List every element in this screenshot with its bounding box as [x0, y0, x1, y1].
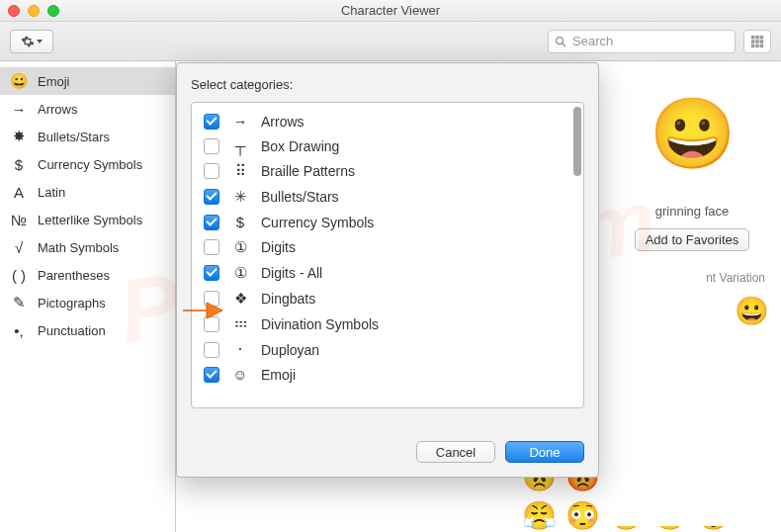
- category-icon: ✳: [229, 188, 251, 206]
- grid-view-button[interactable]: [743, 30, 771, 53]
- sidebar-item-label: Parentheses: [38, 268, 110, 283]
- svg-rect-8: [751, 44, 755, 47]
- svg-rect-2: [751, 35, 755, 39]
- category-item[interactable]: ⠿Braille Patterns: [198, 158, 577, 184]
- sidebar-item[interactable]: $Currency Symbols: [0, 150, 175, 178]
- emoji-cell[interactable]: 😤: [522, 499, 560, 532]
- select-categories-dialog: Select categories: →Arrows┬Box Drawing⠿B…: [176, 62, 599, 478]
- sidebar-item[interactable]: №Letterlike Symbols: [0, 206, 175, 233]
- category-checkbox[interactable]: [204, 239, 219, 255]
- svg-point-0: [557, 37, 564, 44]
- category-list: →Arrows┬Box Drawing⠿Braille Patterns✳Bul…: [191, 102, 584, 408]
- scrollbar-thumb[interactable]: [573, 107, 581, 176]
- detail-panel: 😀 grinning face Add to Favorites nt Vari…: [603, 61, 781, 526]
- maximize-window-button[interactable]: [47, 5, 59, 17]
- category-checkbox[interactable]: [204, 189, 219, 205]
- category-item[interactable]: ☺Emoji: [198, 362, 577, 387]
- titlebar: Character Viewer: [0, 0, 781, 22]
- sidebar-item[interactable]: ALatin: [0, 178, 175, 206]
- sidebar-item[interactable]: ✎Pictographs: [0, 289, 175, 316]
- category-item[interactable]: ❖Dingbats: [198, 286, 577, 311]
- sidebar-item-label: Currency Symbols: [38, 157, 142, 172]
- category-item[interactable]: →Arrows: [198, 109, 577, 133]
- category-icon: ①: [229, 264, 251, 282]
- sidebar-item[interactable]: 😀Emoji: [0, 67, 175, 95]
- done-button[interactable]: Done: [505, 441, 584, 463]
- sidebar-item-icon: √: [10, 238, 28, 256]
- sidebar-item[interactable]: →Arrows: [0, 95, 175, 123]
- font-variation-heading: nt Variation: [615, 271, 769, 285]
- sidebar-item-label: Pictographs: [38, 296, 106, 310]
- category-icon: ┬: [229, 137, 251, 154]
- sidebar-item-icon: ( ): [10, 266, 28, 284]
- sidebar-item[interactable]: ✸Bullets/Stars: [0, 123, 175, 150]
- cancel-button[interactable]: Cancel: [416, 441, 495, 463]
- category-label: Emoji: [261, 367, 296, 383]
- category-checkbox[interactable]: [204, 265, 219, 281]
- category-checkbox[interactable]: [204, 114, 219, 130]
- category-label: Arrows: [261, 114, 304, 130]
- sidebar-item[interactable]: ( )Parentheses: [0, 261, 175, 289]
- emoji-name-label: grinning face: [615, 204, 769, 219]
- category-label: Digits: [261, 239, 296, 255]
- category-label: Digits - All: [261, 265, 322, 281]
- sidebar-item-icon: •,: [10, 321, 28, 339]
- category-item[interactable]: 𛰀Duployan: [198, 337, 577, 362]
- svg-rect-3: [755, 35, 759, 39]
- window-title: Character Viewer: [341, 3, 440, 18]
- category-checkbox[interactable]: [204, 342, 219, 358]
- category-icon: 𛰀: [229, 341, 251, 358]
- preview-emoji: 😀: [615, 93, 769, 174]
- search-placeholder: Search: [572, 34, 613, 48]
- svg-rect-9: [755, 44, 759, 47]
- svg-line-1: [563, 43, 566, 46]
- svg-rect-5: [751, 40, 755, 44]
- category-label: Braille Patterns: [261, 163, 355, 179]
- search-input[interactable]: Search: [548, 30, 736, 53]
- category-label: Box Drawing: [261, 138, 339, 154]
- category-label: Bullets/Stars: [261, 189, 339, 205]
- dialog-heading: Select categories:: [177, 63, 598, 102]
- category-checkbox[interactable]: [204, 367, 219, 383]
- grid-icon: [750, 35, 764, 48]
- sidebar-item-label: Math Symbols: [38, 240, 119, 255]
- emoji-cell[interactable]: 😳: [565, 499, 603, 532]
- sidebar-item[interactable]: √Math Symbols: [0, 233, 175, 261]
- category-item[interactable]: ✳Bullets/Stars: [198, 184, 577, 210]
- sidebar-item-label: Punctuation: [38, 323, 106, 338]
- sidebar-item-icon: $: [10, 155, 28, 173]
- minimize-window-button[interactable]: [28, 5, 40, 17]
- annotation-arrow-icon: [183, 299, 222, 322]
- category-item[interactable]: 𝌅Divination Symbols: [198, 311, 577, 337]
- close-window-button[interactable]: [8, 5, 20, 17]
- category-icon: ☺: [229, 366, 251, 383]
- toolbar: Search: [0, 22, 781, 61]
- svg-rect-6: [755, 40, 759, 44]
- svg-rect-7: [760, 40, 764, 44]
- gear-icon: [21, 35, 35, 48]
- category-icon: ❖: [229, 290, 251, 308]
- category-checkbox[interactable]: [204, 215, 219, 230]
- category-item[interactable]: ①Digits: [198, 234, 577, 260]
- sidebar-item[interactable]: •,Punctuation: [0, 316, 175, 344]
- add-to-favorites-button[interactable]: Add to Favorites: [635, 228, 750, 251]
- category-icon: $: [229, 214, 251, 230]
- svg-rect-10: [760, 44, 764, 47]
- category-sidebar: 😀Emoji→Arrows✸Bullets/Stars$Currency Sym…: [0, 61, 176, 532]
- chevron-down-icon: [37, 40, 43, 44]
- sidebar-item-icon: A: [10, 183, 28, 201]
- category-checkbox[interactable]: [204, 163, 219, 179]
- category-icon: →: [229, 113, 251, 130]
- category-item[interactable]: ┬Box Drawing: [198, 133, 577, 158]
- search-icon: [555, 36, 566, 47]
- sidebar-item-icon: №: [10, 211, 28, 228]
- sidebar-item-icon: 😀: [10, 72, 28, 90]
- category-label: Duployan: [261, 342, 319, 358]
- sidebar-item-label: Letterlike Symbols: [38, 213, 142, 227]
- category-icon: ①: [229, 238, 251, 256]
- settings-dropdown-button[interactable]: [10, 30, 53, 53]
- category-checkbox[interactable]: [204, 138, 219, 154]
- sidebar-item-icon: ✸: [10, 128, 28, 145]
- category-item[interactable]: ①Digits - All: [198, 260, 577, 286]
- category-item[interactable]: $Currency Symbols: [198, 210, 577, 234]
